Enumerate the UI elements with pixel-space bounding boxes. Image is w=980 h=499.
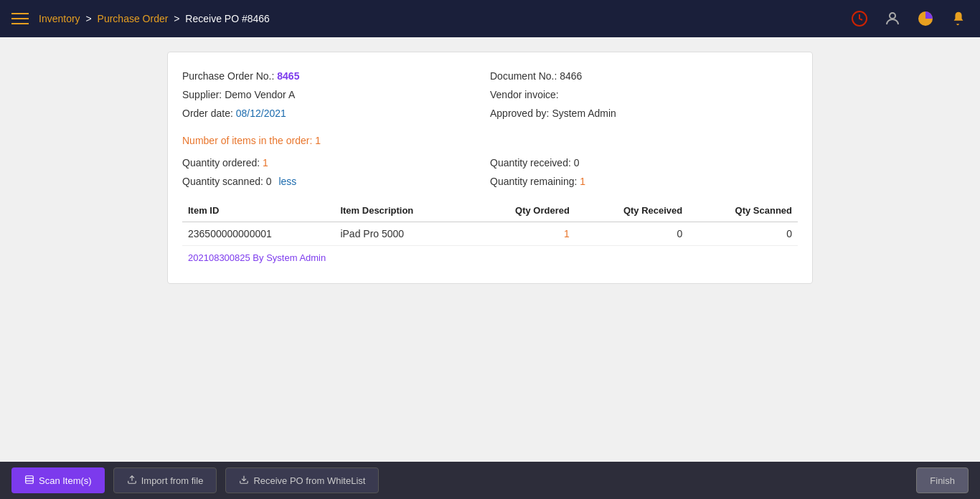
cell-item-id: 236500000000001 bbox=[182, 222, 334, 246]
finish-label: Finish bbox=[930, 475, 955, 486]
import-file-button[interactable]: Import from file bbox=[113, 467, 217, 493]
col-qty-scanned: Qty Scanned bbox=[688, 199, 798, 222]
cell-qty-scanned: 0 bbox=[688, 222, 798, 246]
chart-icon[interactable] bbox=[915, 9, 936, 29]
breadcrumb: Inventory > Purchase Order > Receive PO … bbox=[39, 13, 270, 24]
po-number-item: Purchase Order No.: 8465 bbox=[182, 67, 490, 85]
doc-number-item: Document No.: 8466 bbox=[490, 67, 798, 85]
items-count-row: Number of items in the order: 1 bbox=[182, 131, 798, 153]
col-qty-ordered: Qty Ordered bbox=[470, 199, 575, 222]
download-icon bbox=[239, 475, 249, 487]
clock-icon[interactable] bbox=[849, 9, 870, 29]
qty-remaining-item: Quantity remaining: 1 bbox=[490, 172, 798, 191]
po-info-grid: Purchase Order No.: 8465 Document No.: 8… bbox=[182, 67, 798, 123]
bell-icon[interactable] bbox=[948, 9, 969, 29]
supplier-value: Demo Vendor A bbox=[225, 89, 295, 100]
vendor-invoice-item: Vendor invoice: bbox=[490, 85, 798, 104]
po-card: Purchase Order No.: 8465 Document No.: 8… bbox=[167, 52, 813, 284]
main-content: Purchase Order No.: 8465 Document No.: 8… bbox=[0, 37, 980, 462]
header-left: Inventory > Purchase Order > Receive PO … bbox=[11, 13, 270, 24]
qty-received-value: 0 bbox=[574, 157, 580, 168]
import-file-label: Import from file bbox=[141, 475, 204, 486]
doc-number-label: Document No.: bbox=[490, 70, 557, 82]
po-number-value: 8465 bbox=[277, 70, 299, 82]
receive-whitelist-label: Receive PO from WhiteList bbox=[253, 475, 365, 486]
qty-scanned-value: 0 bbox=[266, 176, 272, 187]
num-items-label: Number of items in the order: bbox=[182, 135, 312, 146]
user-icon[interactable] bbox=[882, 9, 903, 29]
qty-ordered-value: 1 bbox=[263, 157, 268, 168]
order-date-value: 08/12/2021 bbox=[236, 108, 286, 119]
upload-icon bbox=[127, 475, 137, 487]
supplier-label: Supplier: bbox=[182, 89, 222, 100]
table-header-row: Item ID Item Description Qty Ordered Qty… bbox=[182, 199, 798, 222]
approved-by-item: Approved by: System Admin bbox=[490, 104, 798, 123]
finish-button[interactable]: Finish bbox=[916, 467, 969, 493]
hamburger-menu[interactable] bbox=[11, 13, 29, 24]
vendor-invoice-label: Vendor invoice: bbox=[490, 89, 559, 100]
col-qty-received: Qty Received bbox=[575, 199, 688, 222]
breadcrumb-current: Receive PO #8466 bbox=[185, 13, 270, 24]
less-link[interactable]: less bbox=[278, 176, 296, 187]
qty-remaining-value: 1 bbox=[580, 176, 585, 187]
qty-remaining-label: Quantity remaining: bbox=[490, 176, 577, 187]
num-items-value: 1 bbox=[315, 135, 321, 146]
header-icons bbox=[849, 9, 969, 29]
items-table: Item ID Item Description Qty Ordered Qty… bbox=[182, 199, 798, 246]
doc-number-value: 8466 bbox=[560, 70, 582, 82]
qty-received-label: Quantity received: bbox=[490, 157, 571, 168]
order-date-item: Order date: 08/12/2021 bbox=[182, 104, 490, 123]
supplier-item: Supplier: Demo Vendor A bbox=[182, 85, 490, 104]
col-item-description: Item Description bbox=[334, 199, 470, 222]
footer: Scan Item(s) Import from file Receive bbox=[0, 462, 980, 499]
quantities-section: Quantity ordered: 1 Quantity received: 0… bbox=[182, 153, 798, 191]
approved-by-label: Approved by: bbox=[490, 108, 550, 119]
col-item-id: Item ID bbox=[182, 199, 334, 222]
qty-scanned-item: Quantity scanned: 0 less bbox=[182, 172, 490, 191]
receive-whitelist-button[interactable]: Receive PO from WhiteList bbox=[225, 467, 379, 493]
cell-qty-ordered: 1 bbox=[470, 222, 575, 246]
order-date-label: Order date: bbox=[182, 108, 233, 119]
qty-ordered-item: Quantity ordered: 1 bbox=[182, 153, 490, 172]
table-row: 236500000000001 iPad Pro 5000 1 0 0 bbox=[182, 222, 798, 246]
cell-qty-received: 0 bbox=[575, 222, 688, 246]
approved-by-value: System Admin bbox=[552, 108, 616, 119]
qty-ordered-label: Quantity ordered: bbox=[182, 157, 260, 168]
po-number-label: Purchase Order No.: bbox=[182, 70, 274, 82]
scan-items-label: Scan Item(s) bbox=[39, 475, 92, 486]
cell-description: iPad Pro 5000 bbox=[334, 222, 470, 246]
svg-point-1 bbox=[890, 13, 895, 19]
svg-rect-3 bbox=[26, 475, 34, 483]
breadcrumb-sep1: > bbox=[85, 13, 91, 24]
breadcrumb-sep2: > bbox=[174, 13, 179, 24]
footer-left: Scan Item(s) Import from file Receive bbox=[11, 467, 379, 493]
audit-link-row: 202108300825 By System Admin bbox=[182, 246, 798, 269]
qty-received-item: Quantity received: 0 bbox=[490, 153, 798, 172]
scan-items-button[interactable]: Scan Item(s) bbox=[11, 467, 105, 493]
audit-link[interactable]: 202108300825 By System Admin bbox=[188, 252, 326, 263]
breadcrumb-purchase-order[interactable]: Purchase Order bbox=[98, 13, 169, 24]
qty-scanned-label: Quantity scanned: bbox=[182, 176, 263, 187]
header: Inventory > Purchase Order > Receive PO … bbox=[0, 0, 980, 37]
breadcrumb-inventory[interactable]: Inventory bbox=[39, 13, 80, 24]
scan-icon bbox=[24, 475, 34, 487]
